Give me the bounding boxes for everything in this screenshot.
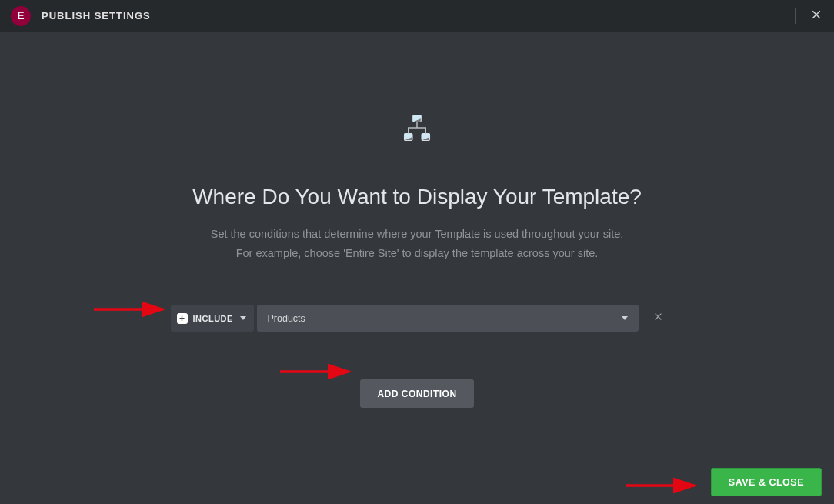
include-mode-select[interactable]: + INCLUDE (171, 305, 254, 332)
condition-row: + INCLUDE Products (0, 305, 834, 332)
remove-condition-button[interactable] (652, 311, 664, 325)
sitemap-icon (0, 109, 834, 146)
header-divider (795, 8, 796, 24)
close-button[interactable] (809, 0, 823, 32)
annotation-arrow (624, 478, 701, 493)
include-mode-label: INCLUDE (193, 314, 240, 323)
add-condition-row: ADD CONDITION (0, 379, 834, 408)
page-description: Set the conditions that determine where … (148, 225, 686, 262)
annotation-arrow (279, 364, 355, 379)
chevron-down-icon (622, 316, 628, 320)
elementor-logo: E (11, 6, 31, 26)
close-icon (809, 8, 823, 25)
elementor-logo-letter: E (17, 9, 24, 22)
close-icon (652, 312, 664, 325)
header-title: PUBLISH SETTINGS (42, 10, 151, 22)
add-condition-button[interactable]: ADD CONDITION (360, 379, 473, 408)
condition-target-select[interactable]: Products (257, 305, 639, 332)
plus-icon: + (177, 313, 188, 324)
condition-target-label: Products (268, 313, 622, 324)
save-close-button[interactable]: SAVE & CLOSE (711, 468, 822, 496)
chevron-down-icon (240, 316, 246, 320)
page-heading: Where Do You Want to Display Your Templa… (0, 185, 834, 209)
header-bar: E PUBLISH SETTINGS (0, 0, 834, 32)
content-area: Where Do You Want to Display Your Templa… (0, 32, 834, 504)
